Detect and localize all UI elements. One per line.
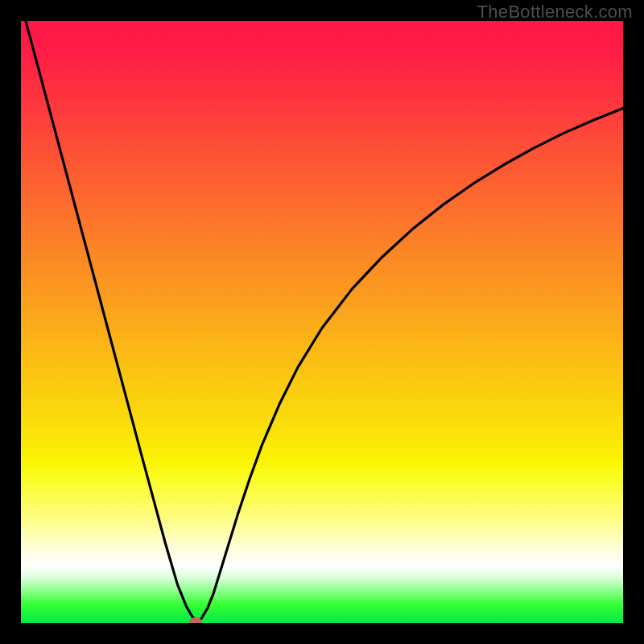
watermark-text: TheBottleneck.com [477,2,633,23]
curve-line [21,21,623,623]
plot-area [21,21,623,623]
optimal-point-marker [189,617,202,623]
chart-frame: TheBottleneck.com [0,0,644,644]
